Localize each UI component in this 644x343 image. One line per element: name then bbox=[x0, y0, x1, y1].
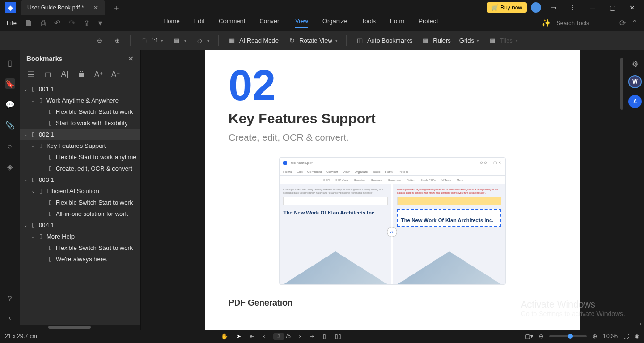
bookmark-row[interactable]: ▯All-in-one solution for work bbox=[20, 208, 140, 219]
menu-tools[interactable]: Tools bbox=[362, 17, 376, 28]
share-icon[interactable]: ⇪ bbox=[84, 18, 90, 27]
file-menu[interactable]: File bbox=[7, 19, 17, 26]
next-page-icon[interactable]: › bbox=[299, 333, 301, 340]
bookmarks-icon[interactable]: 🔖 bbox=[5, 78, 15, 89]
collapse-ribbon-icon[interactable]: ⌃ bbox=[631, 18, 637, 27]
properties-icon[interactable]: ⚙ bbox=[632, 60, 638, 69]
ai-assistant-icon[interactable]: A bbox=[628, 95, 642, 108]
chevron-down-icon[interactable]: ⌄ bbox=[22, 177, 29, 182]
bookmark-row[interactable]: ⌄▯004 1 bbox=[20, 219, 140, 231]
grids-button[interactable]: Grids▾ bbox=[459, 37, 479, 44]
bookmark-row[interactable]: ⌄▯Efficient AI Solution bbox=[20, 185, 140, 197]
bookmark-row[interactable]: ⌄▯Work Anytime & Anywhere bbox=[20, 94, 140, 106]
attachments-icon[interactable]: 📎 bbox=[5, 120, 15, 130]
panel-scrollbar[interactable] bbox=[20, 325, 140, 330]
document-tab[interactable]: User Guide Book.pdf * ✕ bbox=[21, 0, 105, 15]
menu-form[interactable]: Form bbox=[390, 17, 404, 28]
print-icon[interactable]: ⎙ bbox=[41, 19, 46, 27]
chevron-down-icon[interactable]: ⌄ bbox=[22, 86, 29, 92]
rotate-view-button[interactable]: ↻Rotate View▾ bbox=[287, 36, 338, 45]
menu-protect[interactable]: Protect bbox=[418, 17, 438, 28]
page-canvas-area[interactable]: 02 Key Features Support Create, edit, OC… bbox=[141, 50, 644, 330]
last-page-icon[interactable]: ⇥ bbox=[310, 333, 314, 340]
bookmark-row[interactable]: ⌄▯002 1 bbox=[20, 129, 140, 140]
bookmark-row[interactable]: ⌄▯Key Features Support bbox=[20, 140, 140, 151]
layers-icon[interactable]: ◈ bbox=[5, 162, 15, 172]
zoom-level[interactable]: 100% bbox=[603, 333, 618, 340]
menu-view[interactable]: View bbox=[295, 17, 308, 28]
two-page-icon[interactable]: ▯▯ bbox=[335, 333, 341, 340]
sync-icon[interactable]: ⟳ bbox=[619, 18, 626, 27]
hand-tool-icon[interactable]: ✋ bbox=[221, 333, 228, 340]
chevron-down-icon[interactable]: ⌄ bbox=[29, 234, 37, 239]
maximize-button[interactable]: ▢ bbox=[604, 1, 620, 14]
bookmark-row[interactable]: ▯Flexible Start to work anytime bbox=[20, 151, 140, 163]
page-indicator[interactable]: 3 /5 bbox=[273, 333, 291, 340]
bookmark-row[interactable]: ⌄▯More Help bbox=[20, 231, 140, 242]
menu-edit[interactable]: Edit bbox=[194, 17, 204, 28]
close-panel-icon[interactable]: ✕ bbox=[128, 55, 134, 62]
read-mode-icon[interactable]: ◉ bbox=[635, 333, 639, 340]
menu-comment[interactable]: Comment bbox=[219, 17, 245, 28]
qat-dropdown-icon[interactable]: ▾ bbox=[98, 18, 102, 27]
bookmark-row[interactable]: ▯We're always here. bbox=[20, 253, 140, 265]
first-page-icon[interactable]: ⇤ bbox=[250, 333, 254, 340]
ai-read-mode-button[interactable]: ▦AI Read Mode bbox=[227, 36, 279, 45]
select-tool-icon[interactable]: ➤ bbox=[237, 333, 241, 340]
undo-icon[interactable]: ↶ bbox=[54, 18, 60, 27]
zoom-in-button[interactable]: ⊕ bbox=[112, 36, 122, 45]
expand-right-icon[interactable]: › bbox=[639, 320, 641, 327]
bookmark-row[interactable]: ▯Start to work with flexibility bbox=[20, 117, 140, 129]
bookmark-row[interactable]: ⌄▯001 1 bbox=[20, 83, 140, 94]
chevron-down-icon[interactable]: ⌄ bbox=[22, 132, 29, 137]
chevron-down-icon[interactable]: ⌄ bbox=[22, 223, 29, 228]
page-layout-button[interactable]: ▤▾ bbox=[172, 36, 186, 45]
zoom-out-button[interactable]: ⊖ bbox=[94, 36, 104, 45]
single-page-icon[interactable]: ▯ bbox=[323, 333, 326, 340]
new-tab-icon[interactable]: ＋ bbox=[112, 2, 120, 13]
thumbnails-icon[interactable]: ▯ bbox=[5, 58, 15, 68]
close-tab-icon[interactable]: ✕ bbox=[93, 4, 99, 11]
comment-box-icon[interactable]: ▭ bbox=[545, 1, 561, 14]
collapse-left-icon[interactable]: ‹ bbox=[5, 313, 15, 323]
bookmark-row[interactable]: ▯Flexible Switch Start to work bbox=[20, 197, 140, 208]
comments-panel-icon[interactable]: 💬 bbox=[5, 99, 15, 110]
ai-sparkle-icon[interactable]: ✨ bbox=[542, 18, 551, 27]
fit-width-icon[interactable]: ▢▾ bbox=[525, 333, 533, 340]
menu-home[interactable]: Home bbox=[163, 17, 180, 28]
kebab-menu-icon[interactable]: ⋮ bbox=[565, 1, 581, 14]
bookmark-row[interactable]: ▯Create, edit, OCR & convert bbox=[20, 163, 140, 174]
minimize-button[interactable]: ─ bbox=[585, 1, 601, 14]
auto-bookmarks-button[interactable]: ◫Auto Bookmarks bbox=[355, 36, 412, 45]
word-export-icon[interactable]: W bbox=[628, 75, 642, 88]
fullscreen-icon[interactable]: ⛶ bbox=[623, 333, 629, 340]
expand-all-icon[interactable]: ☰ bbox=[26, 70, 35, 78]
prev-page-icon[interactable]: ‹ bbox=[263, 333, 265, 340]
zoom-slider[interactable] bbox=[549, 335, 587, 337]
search-panel-icon[interactable]: ⌕ bbox=[5, 141, 15, 151]
delete-bookmark-icon[interactable]: 🗑 bbox=[77, 70, 86, 78]
rename-bookmark-icon[interactable]: A| bbox=[60, 70, 69, 78]
scrollbar-indicator[interactable] bbox=[620, 58, 623, 110]
bookmarks-tree[interactable]: ⌄▯001 1⌄▯Work Anytime & Anywhere▯Flexibl… bbox=[20, 83, 140, 325]
user-avatar-icon[interactable] bbox=[531, 2, 541, 13]
zoom-out-status-icon[interactable]: ⊖ bbox=[539, 333, 543, 340]
buy-now-button[interactable]: 🛒 Buy now bbox=[487, 2, 527, 13]
help-icon[interactable]: ? bbox=[5, 294, 15, 304]
save-icon[interactable]: 🗎 bbox=[25, 19, 33, 27]
chevron-down-icon[interactable]: ⌄ bbox=[29, 143, 37, 148]
bookmark-row[interactable]: ▯Flexible Switch Start to work bbox=[20, 106, 140, 117]
bookmark-row[interactable]: ⌄▯003 1 bbox=[20, 174, 140, 185]
current-page[interactable]: 3 bbox=[273, 333, 284, 340]
chevron-down-icon[interactable]: ⌄ bbox=[29, 98, 37, 103]
bookmark-row[interactable]: ▯Flexible Switch Start to work bbox=[20, 242, 140, 253]
chevron-down-icon[interactable]: ⌄ bbox=[29, 189, 37, 194]
close-window-button[interactable]: ✕ bbox=[624, 1, 640, 14]
background-button[interactable]: ◇▾ bbox=[195, 36, 210, 45]
font-increase-icon[interactable]: A⁺ bbox=[94, 70, 103, 78]
search-tools-input[interactable]: Search Tools bbox=[557, 20, 589, 26]
font-decrease-icon[interactable]: A⁻ bbox=[111, 70, 120, 78]
menu-convert[interactable]: Convert bbox=[259, 17, 281, 28]
redo-icon[interactable]: ↷ bbox=[69, 18, 75, 27]
fit-mode-button[interactable]: ▢1:1▾ bbox=[139, 36, 163, 45]
